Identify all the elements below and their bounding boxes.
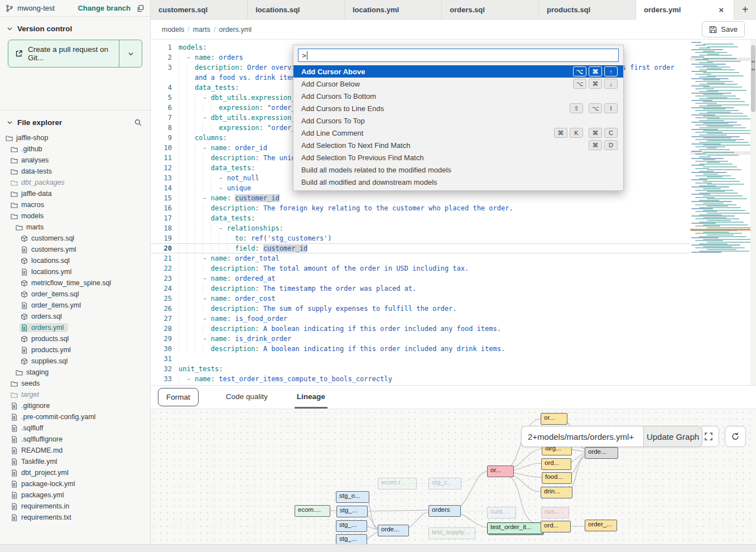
palette-input[interactable]: >: [298, 49, 619, 62]
palette-item-8[interactable]: Add Selection To Previous Find Match: [293, 151, 623, 164]
editor-line-16[interactable]: 16 description: The foreign key relating…: [151, 203, 756, 213]
lineage-node-ord[interactable]: ord...: [541, 458, 571, 470]
editor-line-24[interactable]: 24 description: The timestamp the order …: [151, 284, 756, 294]
lineage-node-cus[interactable]: cus...: [541, 507, 569, 519]
tree-item-requirements.in[interactable]: requirements.in: [0, 501, 150, 512]
lineage-node-orde[interactable]: orde...: [378, 525, 409, 536]
tree-item-dbt_project.yml[interactable]: dbt_project.yml: [0, 467, 150, 478]
palette-item-2[interactable]: Add Cursor Below⌥⌘↓: [293, 78, 623, 90]
palette-item-3[interactable]: Add Cursors To Bottom: [293, 90, 623, 102]
tree-item-.github[interactable]: .github: [0, 143, 150, 155]
tree-item-.sqlfluff[interactable]: .sqlfluff: [0, 423, 150, 434]
lineage-node-ecomr[interactable]: ecom.r...: [378, 478, 417, 489]
editor-line-32[interactable]: 32unit_tests:: [151, 364, 756, 374]
tree-item-macros[interactable]: macros: [0, 199, 150, 210]
tree-item-.pre-commit-config.yaml[interactable]: .pre-commit-config.yaml: [0, 411, 150, 423]
tree-item-seeds[interactable]: seeds: [0, 378, 150, 389]
tab-orders.yml[interactable]: orders.yml×: [636, 0, 734, 20]
editor-line-15[interactable]: 15 - name: customer_id: [151, 193, 756, 203]
palette-item-10[interactable]: Build all modified and downstream models: [293, 176, 623, 188]
tree-item-requirements.txt[interactable]: requirements.txt: [0, 512, 150, 523]
tree-item-.sqlfluffignore[interactable]: .sqlfluffignore: [0, 434, 150, 445]
lineage-node-test_supply[interactable]: test_supply...: [428, 527, 475, 539]
close-icon[interactable]: ×: [716, 5, 726, 15]
pr-dropdown-caret[interactable]: [119, 40, 142, 67]
lineage-node-or[interactable]: or...: [541, 413, 567, 425]
palette-item-6[interactable]: Add Line Comment⌘K⌘C: [293, 127, 623, 139]
lineage-selector-input[interactable]: 2+models/marts/orders.yml+: [521, 426, 643, 447]
update-graph-button[interactable]: Update Graph: [643, 426, 702, 447]
editor-line-28[interactable]: 28 description: A boolean indicating if …: [151, 324, 756, 334]
editor-line-17[interactable]: 17 data_tests:: [151, 213, 756, 223]
panel-tab-lineage[interactable]: Lineage: [295, 386, 328, 409]
lineage-node-cust[interactable]: cust...: [487, 507, 516, 519]
lineage-node-ecom[interactable]: ecom....: [295, 505, 330, 517]
tab-locations.sql[interactable]: locations.sql: [248, 0, 345, 20]
palette-item-9[interactable]: Build all models related to the modified…: [293, 164, 623, 176]
tree-item-packages.yml[interactable]: packages.yml: [0, 489, 150, 501]
lineage-node-food[interactable]: food...: [542, 472, 572, 484]
tree-item-orders.sql[interactable]: orders.sql: [0, 311, 150, 322]
tree-item-customers.sql[interactable]: customers.sql: [0, 233, 150, 244]
tree-item-staging[interactable]: staging: [0, 367, 150, 378]
tree-item-target[interactable]: target: [0, 389, 150, 400]
refresh-button[interactable]: [725, 426, 746, 447]
horizontal-scrollbar-strip[interactable]: [0, 544, 756, 552]
tree-item-README.md[interactable]: README.md: [0, 445, 150, 456]
palette-item-4[interactable]: Add Cursors to Line Ends⇧⌥I: [293, 102, 623, 114]
tree-item-models[interactable]: models: [0, 210, 150, 222]
scrollbar-thumb[interactable]: [751, 45, 755, 112]
save-button[interactable]: Save: [702, 21, 745, 37]
lineage-node-stg_o[interactable]: stg_o...: [336, 491, 369, 503]
editor-line-27[interactable]: 27 - name: is_food_order: [151, 314, 756, 324]
tree-item-products.yml[interactable]: products.yml: [0, 344, 150, 356]
tree-item-metricflow_time_spine.sql[interactable]: metricflow_time_spine.sql: [0, 277, 150, 289]
palette-item-5[interactable]: Add Cursors To Top: [293, 114, 623, 127]
editor-line-33[interactable]: 33 - name: test_order_items_compute_to_b…: [151, 374, 756, 384]
tab-orders.sql[interactable]: orders.sql: [442, 0, 539, 20]
panel-tab-code-quality[interactable]: Code quality: [224, 386, 270, 409]
editor-line-31[interactable]: 31: [151, 354, 756, 364]
lineage-node-stg_c[interactable]: stg_c...: [428, 478, 461, 489]
editor-line-18[interactable]: 18 - relationships:: [151, 223, 756, 233]
palette-item-7[interactable]: Add Selection To Next Find Match⌘D: [293, 139, 623, 151]
copy-icon[interactable]: [137, 4, 145, 12]
editor-line-21[interactable]: 21 - name: order_total: [151, 253, 756, 263]
editor-line-29[interactable]: 29 - name: is_drink_order: [151, 334, 756, 344]
lineage-node-stg_[interactable]: stg_...: [336, 520, 367, 532]
version-control-header[interactable]: Version control: [0, 17, 150, 37]
editor-line-19[interactable]: 19 to: ref('stg_customers'): [151, 233, 756, 243]
lineage-node-drin[interactable]: drin...: [541, 487, 572, 498]
lineage-node-orde[interactable]: orde...: [585, 447, 618, 459]
editor-scrollbar[interactable]: [750, 40, 756, 385]
tree-item-package-lock.yml[interactable]: package-lock.yml: [0, 478, 150, 489]
lineage-panel[interactable]: ecom....stg_o...stg_...stg_...stg_...ord…: [151, 409, 756, 544]
editor-line-20[interactable]: 20 field: customer_id: [151, 243, 756, 253]
tree-item-locations.yml[interactable]: locations.yml: [0, 266, 150, 277]
tree-item-.gitignore[interactable]: .gitignore: [0, 400, 150, 411]
tree-item-order_items.yml[interactable]: order_items.yml: [0, 300, 150, 311]
lineage-node-or[interactable]: or...: [487, 465, 514, 477]
palette-item-1[interactable]: Add Cursor Above⌥⌘↑: [293, 65, 623, 78]
format-button[interactable]: Format: [158, 388, 199, 406]
editor-line-26[interactable]: 26 description: The sum of supply expens…: [151, 304, 756, 314]
breadcrumb-models[interactable]: models: [162, 26, 184, 33]
file-explorer-header[interactable]: File explorer: [0, 110, 150, 131]
lineage-node-test_order_it[interactable]: test_order_it...: [487, 522, 543, 534]
editor-line-25[interactable]: 25 - name: order_cost: [151, 294, 756, 304]
minimap[interactable]: [690, 42, 750, 377]
tree-item-analyses[interactable]: analyses: [0, 155, 150, 166]
editor-line-30[interactable]: 30 description: A boolean indicating if …: [151, 344, 756, 354]
tree-item-customers.yml[interactable]: customers.yml: [0, 244, 150, 255]
lineage-node-stg_[interactable]: stg_...: [336, 506, 368, 517]
new-tab-button[interactable]: +: [734, 0, 756, 20]
create-pr-button[interactable]: Create a pull request on Git...: [8, 40, 142, 68]
tab-customers.sql[interactable]: customers.sql: [151, 0, 248, 20]
breadcrumb-marts[interactable]: marts: [193, 26, 210, 33]
tree-item-order_items.sql[interactable]: order_items.sql: [0, 289, 150, 300]
lineage-node-orders[interactable]: orders: [428, 505, 461, 517]
lineage-node-stg_[interactable]: stg_...: [336, 534, 367, 544]
lineage-node-ord[interactable]: ord...: [541, 521, 571, 532]
editor-line-22[interactable]: 22 description: The total amount of the …: [151, 263, 756, 273]
tree-item-products.sql[interactable]: products.sql: [0, 333, 150, 344]
